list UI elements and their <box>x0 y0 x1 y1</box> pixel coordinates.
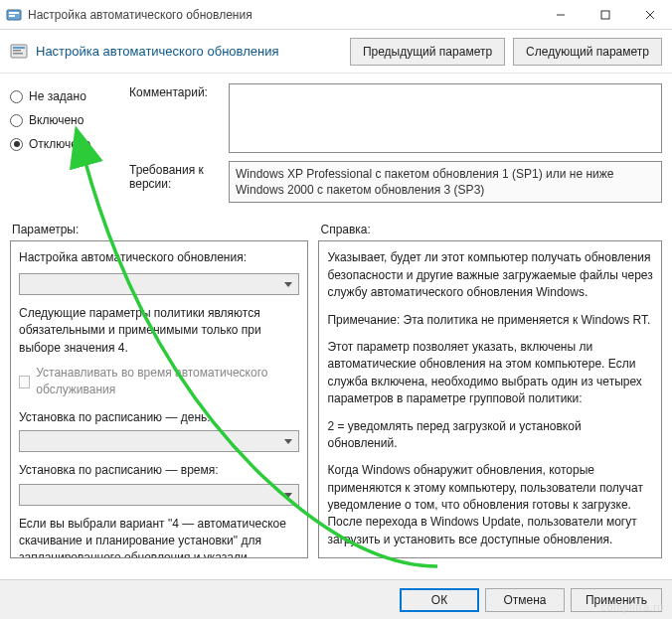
prev-setting-button[interactable]: Предыдущий параметр <box>350 38 505 66</box>
dialog-buttons: ОК Отмена Применить <box>0 579 672 619</box>
svg-rect-4 <box>601 11 609 19</box>
radio-label: Отключено <box>29 137 90 151</box>
svg-rect-9 <box>13 50 21 52</box>
titlebar: Настройка автоматического обновления <box>0 0 672 30</box>
options-scroll[interactable]: Настройка автоматического обновления: Сл… <box>11 241 307 557</box>
radio-label: Включено <box>29 113 84 127</box>
install-during-maintenance-checkbox[interactable]: Устанавливать во время автоматического о… <box>19 365 299 399</box>
watermark: complitra.ru <box>601 601 664 613</box>
comment-input[interactable] <box>229 83 662 153</box>
window-title: Настройка автоматического обновления <box>28 8 538 22</box>
help-paragraph: Указывает, будет ли этот компьютер получ… <box>327 249 653 301</box>
options-panel: Настройка автоматического обновления: Сл… <box>10 240 308 558</box>
help-paragraph: Этот параметр позволяет указать, включен… <box>327 339 653 408</box>
header: Настройка автоматического обновления Пре… <box>0 30 672 74</box>
help-panel: Указывает, будет ли этот компьютер получ… <box>318 240 662 558</box>
close-button[interactable] <box>627 0 672 29</box>
svg-rect-10 <box>13 53 23 55</box>
schedule-day-label: Установка по расписанию — день: <box>19 409 299 426</box>
comment-label: Комментарий: <box>129 83 229 153</box>
main-columns: Параметры: Настройка автоматического обн… <box>0 215 672 558</box>
radio-icon <box>10 114 23 127</box>
help-paragraph: Примечание: Эта политика не применяется … <box>327 312 653 329</box>
svg-rect-8 <box>13 47 25 49</box>
policy-note: Следующие параметры политики являются об… <box>19 305 299 357</box>
checkbox-icon <box>19 376 30 388</box>
svg-rect-2 <box>9 15 15 17</box>
radio-icon <box>10 138 23 151</box>
help-paragraph: Когда Windows обнаружит обновления, кото… <box>327 462 653 548</box>
ok-button[interactable]: ОК <box>400 588 479 612</box>
options-hint: Если вы выбрали вариант "4 — автоматичес… <box>19 516 299 558</box>
settings-top: Не задано Включено Отключено Комментарий… <box>0 74 672 215</box>
cancel-button[interactable]: Отмена <box>485 588 565 612</box>
page-title: Настройка автоматического обновления <box>36 44 342 59</box>
options-title: Параметры: <box>12 223 308 236</box>
maximize-button[interactable] <box>583 0 627 29</box>
minimize-button[interactable] <box>538 0 583 29</box>
svg-rect-1 <box>9 12 19 14</box>
help-title: Справка: <box>320 223 662 236</box>
options-heading: Настройка автоматического обновления: <box>19 249 299 266</box>
schedule-day-dropdown[interactable] <box>19 430 299 452</box>
state-radio-group: Не задано Включено Отключено <box>10 83 129 211</box>
help-paragraph: 2 = уведомлять перед загрузкой и установ… <box>327 418 653 453</box>
radio-not-configured[interactable]: Не задано <box>10 89 129 103</box>
update-mode-dropdown[interactable] <box>19 273 299 295</box>
next-setting-button[interactable]: Следующий параметр <box>513 38 662 66</box>
help-scroll[interactable]: Указывает, будет ли этот компьютер получ… <box>319 241 661 557</box>
radio-icon <box>10 90 23 103</box>
app-icon <box>6 7 22 23</box>
radio-enabled[interactable]: Включено <box>10 113 129 127</box>
requirements-label: Требования к версии: <box>129 161 229 203</box>
radio-disabled[interactable]: Отключено <box>10 137 129 151</box>
schedule-time-dropdown[interactable] <box>19 484 299 506</box>
policy-icon <box>10 43 28 61</box>
help-column: Справка: Указывает, будет ли этот компью… <box>318 219 662 558</box>
options-column: Параметры: Настройка автоматического обн… <box>10 219 308 558</box>
requirements-value: Windows XP Professional с пакетом обновл… <box>229 161 662 203</box>
schedule-time-label: Установка по расписанию — время: <box>19 462 299 479</box>
radio-label: Не задано <box>29 89 86 103</box>
checkbox-label: Устанавливать во время автоматического о… <box>36 365 299 399</box>
